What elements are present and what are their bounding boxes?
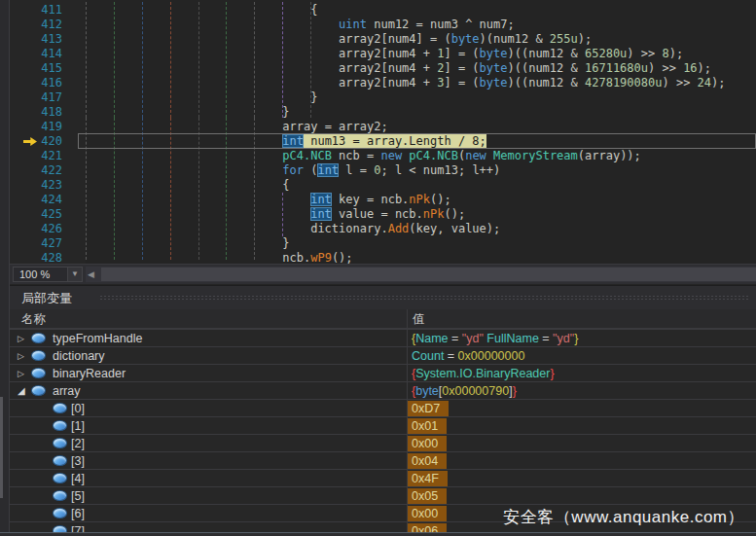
code-line[interactable]: } [86, 105, 756, 120]
variable-value[interactable]: 0x4F [408, 471, 756, 487]
code-token: nPk [423, 207, 445, 221]
variable-name: [1] [71, 418, 85, 434]
horizontal-scrollbar-thumb[interactable] [101, 268, 756, 281]
locals-row[interactable]: [4]0x4F [10, 469, 756, 487]
collapse-arrow-icon[interactable]: ◢ [18, 383, 29, 399]
highlighted-symbol: int [310, 193, 332, 206]
code-token: ncb. [282, 251, 310, 264]
line-number: 417 [10, 90, 62, 105]
column-header-value[interactable]: 值 [413, 311, 425, 328]
locals-row[interactable]: ◢array{byte[0x00000790]} [10, 381, 756, 400]
scroll-left-arrow-icon[interactable]: ◀ [88, 268, 94, 281]
code-token: )((num12 & [508, 61, 585, 75]
expand-arrow-icon[interactable]: ▷ [18, 331, 29, 346]
line-number: 422 [10, 163, 62, 178]
value-token: 0x00000000 [458, 349, 525, 363]
code-line[interactable]: pC4.NCB ncb = new pC4.NCB(new MemoryStre… [86, 149, 756, 163]
code-line[interactable]: } [86, 90, 756, 105]
variable-name: typeFromHandle [53, 331, 142, 346]
code-token: ) >> [648, 61, 683, 75]
left-scrollbar-thumb[interactable] [0, 397, 3, 498]
gutter[interactable]: 4114124134144154164174184194204214224234… [10, 0, 86, 264]
code-token: array2[num4 + [339, 76, 437, 89]
variable-icon [54, 404, 66, 412]
variable-value[interactable]: {byte[0x00000790]} [408, 383, 756, 399]
value-token: 0x4F [408, 471, 448, 487]
code-editor[interactable]: 4114124134144154164174184194204214224234… [10, 0, 756, 264]
code-token: 4278190080u [585, 76, 662, 89]
code-area[interactable]: {uint num12 = num3 ^ num7;array2[num4] =… [86, 0, 756, 264]
locals-rows: ▷typeFromHandle{Name = "yd" FullName = "… [10, 329, 756, 532]
code-line[interactable]: { [86, 3, 756, 18]
code-line[interactable]: int value = ncb.nPk(); [86, 207, 756, 222]
code-line[interactable]: } [86, 236, 756, 251]
variable-value[interactable]: {Name = "yd" FullName = "yd"} [408, 331, 756, 346]
code-line[interactable]: array2[num4 + 3] = (byte)((num12 & 42781… [86, 76, 756, 90]
code-token: 255u [550, 32, 578, 46]
value-token: 0x00000790 [442, 384, 509, 398]
locals-row[interactable]: [5]0x05 [10, 486, 756, 505]
code-line[interactable]: dictionary.Add(key, value); [86, 222, 756, 236]
locals-row[interactable]: [3]0x04 [10, 451, 756, 470]
code-line[interactable]: uint num12 = num3 ^ num7; [86, 18, 756, 32]
variable-name: [6] [71, 506, 85, 521]
zoom-level-dropdown[interactable]: 100 % ▼ [13, 267, 83, 282]
value-token: Count [412, 349, 444, 363]
value-token: = [449, 332, 462, 345]
variable-value[interactable]: 0x05 [408, 488, 756, 505]
value-token: 0x00 [408, 506, 447, 522]
code-token: 16711680u [585, 61, 648, 75]
variable-name: [7] [71, 523, 85, 532]
variable-name: [2] [71, 436, 85, 451]
expand-arrow-icon[interactable]: ▷ [18, 348, 29, 364]
locals-row[interactable]: [0]0xD7 [10, 399, 756, 417]
locals-row[interactable]: [1]0x01 [10, 416, 756, 435]
expand-arrow-icon[interactable]: ▷ [18, 366, 29, 381]
column-header-name[interactable]: 名称 [21, 311, 46, 328]
locals-row[interactable]: ▷dictionaryCount = 0x00000000 [10, 346, 756, 365]
variable-name: [5] [71, 488, 85, 504]
locals-column-header[interactable]: 名称 值 [10, 309, 756, 329]
value-token: = [444, 349, 457, 363]
code-line[interactable]: int num13 = array.Length / 8; [86, 134, 756, 149]
code-token: 24 [698, 76, 711, 89]
line-number: 419 [10, 120, 62, 134]
left-panel-edge [0, 0, 10, 536]
line-number: 428 [10, 251, 62, 264]
code-token: ); [669, 47, 683, 60]
code-token: uint [339, 18, 367, 31]
code-line[interactable]: array2[num4 + 1] = (byte)((num12 & 65280… [86, 47, 756, 61]
code-line[interactable]: int key = ncb.nPk(); [86, 193, 756, 207]
code-token: )((num12 & [508, 76, 585, 89]
variable-value[interactable]: Count = 0x00000000 [408, 348, 756, 364]
variable-icon [54, 439, 66, 447]
value-token: byte [415, 384, 439, 398]
locals-row[interactable]: [2]0x00 [10, 434, 756, 452]
variable-value[interactable]: 0x04 [408, 453, 756, 470]
value-token: Name [415, 332, 448, 345]
code-line[interactable]: array = array2; [86, 120, 756, 134]
chevron-down-icon[interactable]: ▼ [67, 268, 82, 281]
code-token: ); [711, 76, 725, 89]
value-token: System.IO.BinaryReader [415, 367, 550, 380]
variable-name: [3] [71, 453, 85, 469]
code-line[interactable]: for (int l = 0; l < num13; l++) [86, 163, 756, 178]
code-token: 65280u [585, 47, 627, 60]
variable-value[interactable]: 0x00 [408, 436, 756, 452]
code-token: Add [388, 222, 410, 235]
code-line[interactable]: array2[num4] = (byte)(num12 & 255u); [86, 32, 756, 47]
code-line[interactable]: ncb.wP9(); [86, 251, 756, 264]
code-line[interactable]: array2[num4 + 2] = (byte)((num12 & 16711… [86, 61, 756, 76]
window-bottom-border [0, 532, 756, 536]
variable-icon [54, 421, 66, 430]
variable-value[interactable]: {System.IO.BinaryReader} [408, 366, 756, 381]
variable-value[interactable]: 0xD7 [408, 401, 756, 417]
locals-row[interactable]: ▷typeFromHandle{Name = "yd" FullName = "… [10, 329, 756, 347]
locals-titlebar[interactable]: 局部变量 [10, 286, 756, 309]
code-line[interactable]: { [86, 178, 756, 193]
horizontal-scrollbar[interactable]: ◀ [86, 267, 756, 282]
locals-row[interactable]: ▷binaryReader{System.IO.BinaryReader} [10, 364, 756, 382]
code-token: ncb = [332, 149, 381, 162]
variable-value[interactable]: 0x01 [408, 418, 756, 435]
value-token: 0xD7 [408, 401, 449, 417]
